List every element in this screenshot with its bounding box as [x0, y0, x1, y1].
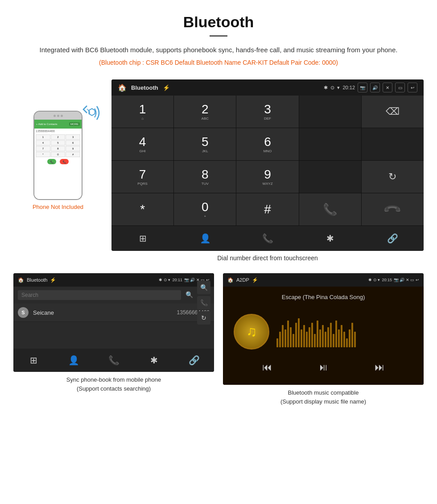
music-screenshot-block: 🏠 A2DP ⚡ ✱ ⊙ ▾ 20:15 📷 🔊 ✕ ▭ ↩ Escape (T…	[223, 273, 424, 406]
phonebook-nav-bar: ⊞ 👤 📞 ✱ 🔗	[13, 349, 214, 372]
phonebook-home-icon[interactable]: 🏠	[18, 277, 24, 283]
phone-container: ⬡ + Add to Contacts MORE	[13, 79, 103, 210]
side-phone-icon[interactable]: 📞	[197, 296, 210, 309]
search-icon[interactable]: 🔍	[186, 291, 193, 298]
usb-icon: ⚡	[163, 84, 170, 91]
dial-caption: Dial number direct from touchscreen	[111, 254, 424, 262]
phone-screen-content: 13566664466 1 2 3 4 5 6 7 8 9 * 0	[34, 129, 82, 165]
back-icon-btn[interactable]: ↩	[408, 83, 417, 92]
music-home-icon[interactable]: 🏠	[227, 277, 234, 283]
phonebook-caption: Sync phone-book from mobile phone(Suppor…	[13, 375, 214, 393]
visualizer-bar	[330, 323, 332, 347]
phonebook-nav-phone[interactable]: 📞	[103, 352, 125, 368]
phone-body: + Add to Contacts MORE 13566664466 1 2 3…	[33, 111, 82, 200]
contact-name: Seicane	[33, 309, 177, 316]
visualizer-bar	[343, 332, 345, 347]
dialpad-key-5[interactable]: 5JKL	[174, 128, 236, 160]
music-album-area: ♫	[230, 314, 416, 350]
main-content: ⬡ + Add to Contacts MORE	[0, 79, 437, 269]
dialpad-key-2[interactable]: 2ABC	[174, 96, 236, 128]
nav-bluetooth[interactable]: ✱	[319, 230, 341, 246]
volume-icon-btn[interactable]: 🔊	[370, 83, 380, 92]
visualizer-bar	[333, 334, 334, 347]
nav-link[interactable]: 🔗	[381, 230, 404, 246]
phonebook-search-input[interactable]	[18, 290, 181, 300]
dialpad-key-9[interactable]: 9WXYZ	[236, 161, 298, 193]
visualizer-bar	[314, 334, 316, 347]
dialpad-key-0[interactable]: 0+	[174, 193, 236, 225]
svg-text:⬡: ⬡	[88, 107, 95, 117]
visualizer-bar	[346, 338, 348, 347]
visualizer-bar	[282, 325, 284, 347]
car-screen-container: 🏠 Bluetooth ⚡ ✱ ⊙ ▾ 20:12 📷 🔊 ✕ ▭ ↩	[111, 79, 424, 269]
nav-dialpad[interactable]: ⊞	[132, 230, 154, 246]
phonebook-screenshot-block: 🏠 Bluetooth ⚡ ✱ ⊙ ▾ 20:11 📷 🔊 ✕ ▭ ↩ 🔍 S …	[13, 273, 214, 406]
dialpad-key-4[interactable]: 4GHI	[111, 128, 173, 160]
dialpad-backspace[interactable]: ⌫	[362, 96, 424, 128]
prev-track-button[interactable]: ⏮	[262, 362, 272, 373]
phone-mock: ⬡ + Add to Contacts MORE	[33, 111, 82, 200]
dialpad-key-7[interactable]: 7PQRS	[111, 161, 173, 193]
phonebook-title-text: Bluetooth	[27, 277, 47, 283]
dialpad-key-3[interactable]: 3DEF	[236, 96, 298, 128]
phonebook-screen: 🏠 Bluetooth ⚡ ✱ ⊙ ▾ 20:11 📷 🔊 ✕ ▭ ↩ 🔍 S …	[13, 273, 214, 372]
camera-icon-btn[interactable]: 📷	[358, 83, 367, 92]
phonebook-nav-dialpad[interactable]: ⊞	[22, 352, 45, 368]
page-header: Bluetooth Integrated with BC6 Bluetooth …	[0, 0, 437, 79]
car-nav-bar: ⊞ 👤 📞 ✱ 🔗	[111, 225, 424, 251]
dialpad-empty-2	[299, 128, 361, 160]
bottom-screenshots: 🏠 Bluetooth ⚡ ✱ ⊙ ▾ 20:11 📷 🔊 ✕ ▭ ↩ 🔍 S …	[0, 273, 437, 406]
dialpad-call-green[interactable]: 📞	[299, 193, 361, 225]
visualizer-bar	[327, 327, 329, 347]
phone-dialpad-mini: 1 2 3 4 5 6 7 8 9 * 0 #	[36, 134, 80, 157]
music-status-left: 🏠 A2DP ⚡	[227, 277, 258, 283]
visualizer-bar	[301, 329, 302, 347]
music-usb-icon: ⚡	[252, 277, 258, 283]
visualizer-bar	[322, 325, 324, 347]
play-pause-button[interactable]: ⏯	[318, 362, 328, 373]
phonebook-nav-link[interactable]: 🔗	[183, 352, 205, 368]
phonebook-nav-bluetooth[interactable]: ✱	[143, 352, 165, 368]
window-icon-btn[interactable]: ▭	[395, 83, 405, 92]
music-screen-content: Escape (The Pina Colada Song) ♫ ⏮ ⏯ ⏭	[223, 287, 424, 385]
visualizer-bar	[303, 325, 305, 347]
visualizer-bar	[295, 323, 297, 347]
visualizer-bar	[325, 332, 326, 347]
location-icon: ⊙	[330, 85, 334, 91]
dialpad-refresh[interactable]: ↻	[362, 161, 424, 193]
phonebook-status-left: 🏠 Bluetooth ⚡	[18, 277, 56, 283]
dialpad-key-1[interactable]: 1⌂	[111, 96, 173, 128]
bluetooth-waves-icon: ⬡	[78, 102, 105, 128]
phone-screen: + Add to Contacts MORE 13566664466 1 2 3…	[34, 120, 82, 199]
phonebook-contact-row[interactable]: S Seicane 13566664466	[13, 304, 214, 322]
home-icon[interactable]: 🏠	[118, 83, 127, 92]
side-refresh-icon[interactable]: ↻	[197, 311, 210, 325]
car-status-bar: 🏠 Bluetooth ⚡ ✱ ⊙ ▾ 20:12 📷 🔊 ✕ ▭ ↩	[111, 79, 424, 96]
dialpad-grid: 1⌂ 2ABC 3DEF ⌫ 4GHI 5JKL	[111, 96, 424, 225]
next-track-button[interactable]: ⏭	[375, 362, 384, 373]
nav-contacts[interactable]: 👤	[194, 230, 216, 246]
dialpad-key-6[interactable]: 6MNO	[236, 128, 298, 160]
dialpad-empty-4	[299, 161, 361, 193]
visualizer-bar	[306, 332, 308, 347]
visualizer-bar	[341, 325, 342, 347]
visualizer-bar	[354, 332, 356, 347]
dialpad-key-hash[interactable]: #	[236, 193, 298, 225]
phonebook-nav-contacts[interactable]: 👤	[62, 352, 85, 368]
dialpad-key-8[interactable]: 8TUV	[174, 161, 236, 193]
music-controls: ⏮ ⏯ ⏭	[230, 357, 416, 378]
visualizer-bar	[338, 329, 340, 347]
title-divider	[210, 35, 227, 37]
side-search-icon[interactable]: 🔍	[197, 281, 210, 294]
bluetooth-title: Bluetooth	[131, 84, 158, 91]
dialpad-call-red[interactable]: 📞	[362, 193, 424, 225]
car-status-right: ✱ ⊙ ▾ 20:12 📷 🔊 ✕ ▭ ↩	[324, 83, 417, 92]
visualizer-bar	[279, 332, 281, 347]
visualizer-bar	[293, 334, 294, 347]
close-icon-btn[interactable]: ✕	[383, 83, 392, 92]
visualizer-bar	[290, 327, 292, 347]
dialpad-key-star[interactable]: *	[111, 193, 173, 225]
nav-phone[interactable]: 📞	[256, 230, 279, 246]
music-status-bar: 🏠 A2DP ⚡ ✱ ⊙ ▾ 20:15 📷 🔊 ✕ ▭ ↩	[223, 273, 424, 287]
music-album-art: ♫	[234, 314, 269, 350]
